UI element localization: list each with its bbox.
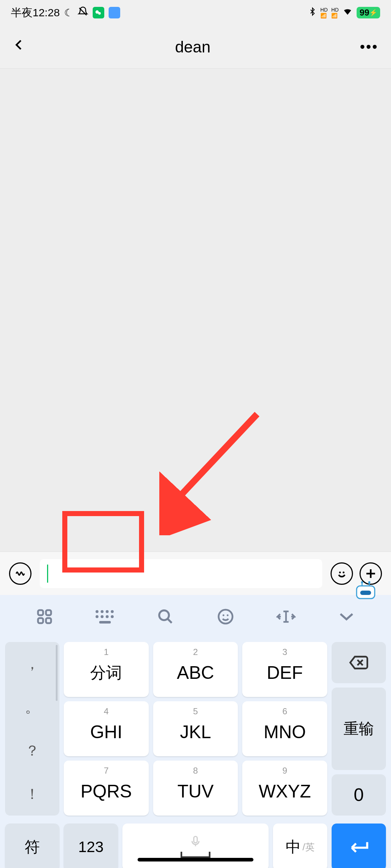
key-0[interactable]: 0 bbox=[332, 774, 386, 816]
svg-point-18 bbox=[111, 610, 114, 613]
text-cursor bbox=[47, 565, 48, 583]
ime-notif-icon bbox=[109, 7, 120, 18]
key-1[interactable]: 1分词 bbox=[64, 642, 149, 697]
svg-point-9 bbox=[368, 581, 370, 583]
battery-indicator: 99⚡ bbox=[357, 7, 380, 18]
wifi-icon bbox=[342, 7, 353, 19]
svg-point-22 bbox=[111, 615, 114, 618]
cursor-move-icon[interactable] bbox=[275, 606, 297, 627]
svg-point-24 bbox=[159, 610, 169, 620]
emoji-button[interactable] bbox=[331, 562, 353, 585]
key-9-wxyz[interactable]: 9WXYZ bbox=[242, 761, 327, 816]
moon-icon: ☾ bbox=[64, 7, 73, 19]
svg-rect-23 bbox=[99, 621, 111, 624]
dnd-icon bbox=[77, 6, 88, 20]
emoji-toolbar-icon[interactable] bbox=[215, 606, 236, 627]
svg-point-1 bbox=[98, 12, 101, 14]
more-button[interactable]: ••• bbox=[360, 39, 378, 55]
keyboard-grid: ， 。 ？ ！ 1分词 2ABC 3DEF 重输 0 4GHI 5JKL 6MN… bbox=[0, 638, 391, 819]
svg-rect-10 bbox=[360, 591, 371, 595]
svg-point-19 bbox=[96, 615, 98, 618]
key-7-pqrs[interactable]: 7PQRS bbox=[64, 761, 149, 816]
svg-point-26 bbox=[219, 610, 232, 624]
svg-rect-14 bbox=[46, 618, 51, 623]
punc-period[interactable]: 。 bbox=[5, 685, 59, 729]
apps-icon[interactable] bbox=[34, 606, 55, 627]
home-indicator[interactable] bbox=[138, 858, 253, 861]
collapse-keyboard-icon[interactable] bbox=[336, 606, 357, 627]
scroll-indicator bbox=[56, 645, 58, 701]
svg-point-4 bbox=[339, 571, 341, 573]
language-key[interactable]: 中/英 bbox=[273, 824, 327, 868]
retype-key[interactable]: 重输 bbox=[332, 688, 386, 770]
svg-rect-12 bbox=[46, 610, 51, 615]
search-icon[interactable] bbox=[155, 606, 176, 627]
punc-comma[interactable]: ， bbox=[5, 642, 59, 685]
svg-point-8 bbox=[361, 581, 363, 583]
svg-rect-13 bbox=[38, 618, 43, 623]
back-button[interactable] bbox=[13, 36, 26, 58]
status-bar: 半夜12:28 ☾ HD📶 HD📶 99⚡ bbox=[0, 0, 391, 25]
keyboard-toolbar bbox=[0, 595, 391, 638]
svg-point-15 bbox=[96, 610, 98, 613]
time-label: 半夜12:28 bbox=[11, 5, 60, 20]
key-8-tuv[interactable]: 8TUV bbox=[153, 761, 238, 816]
key-4-ghi[interactable]: 4GHI bbox=[64, 701, 149, 756]
keyboard-layout-icon[interactable] bbox=[94, 606, 116, 627]
key-2-abc[interactable]: 2ABC bbox=[153, 642, 238, 697]
keyboard: ， 。 ？ ！ 1分词 2ABC 3DEF 重输 0 4GHI 5JKL 6MN… bbox=[0, 595, 391, 868]
key-3-def[interactable]: 3DEF bbox=[242, 642, 327, 697]
status-left: 半夜12:28 ☾ bbox=[11, 5, 120, 20]
svg-point-17 bbox=[106, 610, 109, 613]
backspace-key[interactable] bbox=[332, 642, 386, 683]
voice-button[interactable] bbox=[9, 562, 31, 585]
right-column: 重输 0 bbox=[332, 642, 386, 816]
signal-1-icon: HD📶 bbox=[320, 7, 328, 18]
svg-point-27 bbox=[223, 614, 224, 616]
ai-assistant-icon[interactable] bbox=[353, 580, 378, 600]
svg-point-5 bbox=[343, 571, 345, 573]
message-input[interactable] bbox=[40, 559, 322, 588]
input-bar bbox=[0, 552, 391, 595]
svg-point-21 bbox=[106, 615, 109, 618]
svg-rect-11 bbox=[38, 610, 43, 615]
punc-exclaim[interactable]: ！ bbox=[5, 772, 59, 816]
svg-point-28 bbox=[227, 614, 229, 616]
svg-line-25 bbox=[167, 619, 172, 623]
chat-title: dean bbox=[175, 38, 211, 56]
bluetooth-icon bbox=[308, 6, 317, 20]
punc-question[interactable]: ？ bbox=[5, 729, 59, 772]
chat-messages-area[interactable] bbox=[0, 69, 391, 552]
chat-header: dean ••• bbox=[0, 25, 391, 69]
enter-key[interactable] bbox=[332, 824, 386, 868]
signal-2-icon: HD📶 bbox=[331, 7, 339, 18]
key-5-jkl[interactable]: 5JKL bbox=[153, 701, 238, 756]
svg-point-20 bbox=[101, 615, 104, 618]
svg-rect-29 bbox=[194, 837, 197, 843]
symbol-key[interactable]: 符 bbox=[5, 824, 59, 868]
wechat-icon bbox=[93, 7, 104, 18]
punctuation-column[interactable]: ， 。 ？ ！ bbox=[5, 642, 59, 816]
svg-point-16 bbox=[101, 610, 104, 613]
status-right: HD📶 HD📶 99⚡ bbox=[308, 6, 380, 20]
numbers-key[interactable]: 123 bbox=[64, 824, 118, 868]
key-6-mno[interactable]: 6MNO bbox=[242, 701, 327, 756]
